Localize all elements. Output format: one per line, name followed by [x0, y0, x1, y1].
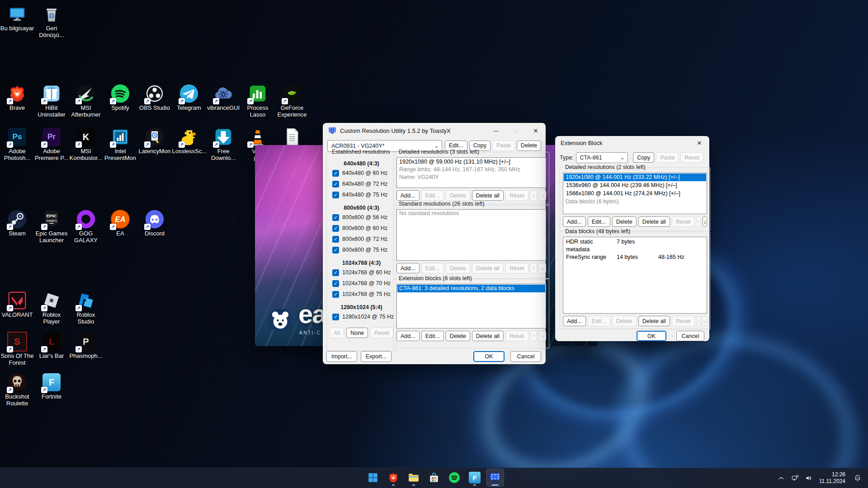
data-block-row[interactable]: HDR static metadata 7 bytes	[563, 238, 707, 253]
eb-detailed-delete-button[interactable]: Delete	[612, 216, 637, 227]
extension-block-titlebar[interactable]: Extension Block ✕	[555, 136, 709, 150]
standard-up-button[interactable]: ↑	[530, 263, 538, 273]
desktop-icon-hibit[interactable]: ↗HiBit Uninstaller	[34, 83, 69, 118]
desktop-icon-latencymon[interactable]: ↗LatencyMon	[137, 127, 172, 161]
resolution-checkbox-row[interactable]: ✓800x600 @ 56 Hz	[330, 212, 393, 223]
eb-detailed-delete-all-button[interactable]: Delete all	[638, 216, 670, 227]
data-blocks-add-button[interactable]: Add...	[563, 316, 586, 326]
extension-blocks-reset-button[interactable]: Reset	[505, 331, 528, 341]
desktop-icon-valorant[interactable]: ↗VALORANT	[0, 290, 34, 325]
desktop-icon-obs[interactable]: ↗OBS Studio	[137, 83, 172, 118]
close-button[interactable]: ✕	[526, 123, 546, 138]
eb-detailed-reset-button[interactable]: Reset	[672, 216, 695, 227]
checkbox-checked-icon[interactable]: ✓	[332, 291, 339, 298]
desktop-icon-roblox-studio[interactable]: ↗Roblox Studio	[69, 290, 103, 325]
standard-delete-button[interactable]: Delete	[446, 263, 470, 273]
cancel-button[interactable]: Cancel	[510, 351, 541, 362]
resolution-checkbox-row[interactable]: ✓800x600 @ 72 Hz	[330, 234, 393, 244]
eb-resolution-item[interactable]: 1536x960 @ 144.004 Hz (239.46 MHz) [+/–]	[564, 182, 706, 189]
checkbox-checked-icon[interactable]: ✓	[332, 225, 339, 232]
range-limits-entry[interactable]: Range limits: 48-144 Hz, 167-167 kHz, 35…	[397, 166, 546, 174]
desktop-icon-telegram[interactable]: ↗Telegram	[172, 83, 206, 118]
extension-block-selected-item[interactable]: CTA-861: 3 detailed resolutions, 2 data …	[397, 285, 545, 292]
desktop-icon-geforce[interactable]: ↗GeForce Experience	[275, 83, 309, 118]
detailed-delete-all-button[interactable]: Delete all	[472, 190, 504, 201]
standard-down-button[interactable]: ↓	[539, 263, 546, 273]
data-blocks-up-button[interactable]: ↑	[697, 316, 701, 326]
eb-detailed-edit-button[interactable]: Edit...	[588, 216, 610, 227]
eb-cancel-button[interactable]: Cancel	[676, 331, 704, 341]
desktop-icon-buckshot[interactable]: ↗Buckshot Roulette	[0, 372, 34, 407]
resolution-checkbox-row[interactable]: ✓1024x768 @ 75 Hz	[330, 289, 393, 300]
desktop-icon-epic[interactable]: EPICGAMES↗Epic Games Launcher	[34, 209, 69, 244]
extension-blocks-add-button[interactable]: Add...	[396, 331, 420, 341]
desktop-icon-vibrance[interactable]: ↗vibranceGUI	[206, 83, 241, 118]
start-button[interactable]	[364, 469, 382, 487]
eb-detailed-add-button[interactable]: Add...	[563, 216, 586, 227]
extension-blocks-delete-all-button[interactable]: Delete all	[472, 331, 504, 341]
eb-detailed-resolutions-listbox[interactable]: 868x488 @ 144.001 Hz (333.22 MHz) [+/–…	[563, 173, 707, 214]
detailed-delete-button[interactable]: Delete	[446, 190, 470, 201]
extension-blocks-down-button[interactable]: ↓	[539, 331, 546, 341]
data-block-row[interactable]: FreeSync range 14 bytes 48-165 Hz	[563, 253, 707, 261]
data-blocks-reset-button[interactable]: Reset	[672, 316, 695, 326]
resolution-checkbox-row[interactable]: ✓1024x768 @ 70 Hz	[330, 278, 393, 289]
network-icon[interactable]	[789, 469, 801, 487]
desktop-icon-sotf[interactable]: S↗Sons Of The Forest	[0, 331, 34, 366]
checkbox-checked-icon[interactable]: ✓	[332, 269, 339, 276]
desktop-icon-recycle-bin[interactable]: ♻Geri Dönüşü...	[34, 4, 69, 38]
detailed-down-button[interactable]: ↓	[539, 190, 546, 201]
checkbox-checked-icon[interactable]: ✓	[332, 170, 339, 177]
eb-detailed-up-button[interactable]: ↑	[697, 216, 701, 227]
data-blocks-delete-button[interactable]: Delete	[612, 316, 637, 326]
checkbox-checked-icon[interactable]: ✓	[332, 192, 339, 198]
checkbox-checked-icon[interactable]: ✓	[332, 181, 339, 188]
ok-button[interactable]: OK	[473, 351, 505, 362]
standard-delete-all-button[interactable]: Delete all	[472, 263, 504, 273]
desktop-icon-presentmon[interactable]: ↗Intel PresentMon	[103, 127, 137, 161]
checkbox-checked-icon[interactable]: ✓	[332, 280, 339, 287]
checkbox-checked-icon[interactable]: ✓	[332, 214, 339, 221]
standard-resolutions-listbox[interactable]: No standard resolutions	[396, 209, 546, 261]
desktop-icon-afterburner[interactable]: ↗MSI Afterburner	[69, 83, 103, 118]
detailed-resolution-entry[interactable]: 868x488 @ 59.000 Hz (131.10 MHz) [+/–]	[397, 158, 546, 166]
minimize-button[interactable]: —	[486, 123, 506, 138]
detailed-resolutions-listbox[interactable]: 868x488 @ 59.000 Hz (131.10 MHz) [+/–]…	[396, 157, 546, 188]
monitor-name-entry[interactable]: Name: VG240Y	[397, 174, 546, 181]
cru-taskbar[interactable]	[486, 469, 504, 487]
microsoft-store-taskbar[interactable]	[425, 469, 443, 487]
eb-resolution-item[interactable]: 1566x1080 @ 144.001 Hz (274.24 MHz) [+/–…	[564, 190, 706, 197]
detailed-edit-button[interactable]: Edit...	[421, 190, 444, 201]
export-button[interactable]: Export...	[361, 351, 392, 362]
desktop-icon-fdm[interactable]: ↗Free Downlo...	[206, 127, 241, 161]
desktop-icon-discord[interactable]: ↗Discord	[137, 209, 172, 244]
import-button[interactable]: Import...	[326, 351, 357, 362]
desktop-icon-roblox[interactable]: ↗Roblox Player	[34, 290, 69, 325]
desktop-icon-liars[interactable]: L↗Liar's Bar	[34, 331, 69, 366]
volume-icon[interactable]	[803, 469, 815, 487]
desktop-icon-spotify[interactable]: ↗Spotify	[103, 83, 137, 118]
desktop-icon-gog[interactable]: ↗GOG GALAXY	[69, 209, 103, 244]
data-blocks-edit-button[interactable]: Edit...	[588, 316, 610, 326]
desktop-icon-fortnite[interactable]: F↗Fortnite	[34, 372, 69, 407]
desktop-icon-premiere[interactable]: Pr↗Adobe Premiere P...	[34, 127, 69, 161]
eb-ok-button[interactable]: OK	[637, 331, 666, 341]
desktop-icon-lossless[interactable]: ↗LosslessSc...	[172, 127, 206, 161]
established-reset-button[interactable]: Reset	[370, 328, 393, 338]
detailed-add-button[interactable]: Add...	[396, 190, 420, 201]
established-none-button[interactable]: None	[346, 328, 368, 338]
spotify-taskbar[interactable]	[445, 469, 463, 487]
extension-type-paste-button[interactable]: Paste	[656, 152, 679, 163]
standard-reset-button[interactable]: Reset	[505, 263, 528, 273]
desktop-icon-lasso[interactable]: ↗Process Lasso	[241, 83, 275, 118]
notification-bell-icon[interactable]: z	[850, 469, 865, 487]
desktop-icon-kombustor[interactable]: K↗MSI Kombustor...	[69, 127, 103, 161]
desktop-icon-this-pc[interactable]: Bu bilgisayar	[0, 4, 34, 38]
standard-edit-button[interactable]: Edit...	[421, 263, 444, 273]
desktop-icon-ea[interactable]: EA↗EA	[103, 209, 137, 244]
file-explorer-taskbar[interactable]	[405, 469, 423, 487]
desktop-icon-photoshop[interactable]: Ps↗Adobe Photosh...	[0, 127, 34, 161]
detailed-up-button[interactable]: ↑	[530, 190, 538, 201]
resolution-checkbox-row[interactable]: ✓640x480 @ 60 Hz	[330, 168, 393, 178]
checkbox-checked-icon[interactable]: ✓	[332, 247, 339, 253]
